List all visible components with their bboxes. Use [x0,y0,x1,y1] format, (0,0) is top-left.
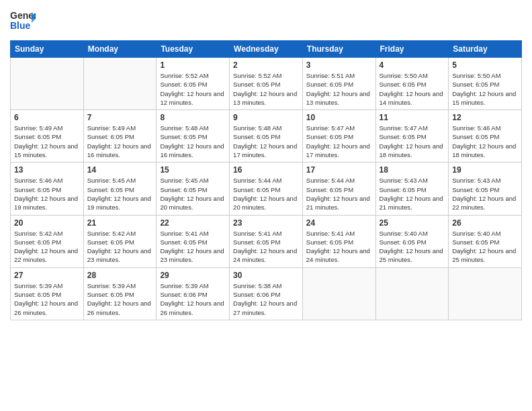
day-info: Sunrise: 5:39 AMSunset: 6:05 PMDaylight:… [87,281,153,317]
day-number: 20 [14,218,80,228]
page-header: General Blue [10,7,522,35]
weekday-header-thursday: Thursday [302,41,375,58]
calendar-day: 2Sunrise: 5:52 AMSunset: 6:05 PMDaylight… [230,58,303,110]
day-number: 3 [306,60,372,70]
calendar-day: 17Sunrise: 5:44 AMSunset: 6:05 PMDayligh… [302,163,375,215]
calendar-day: 9Sunrise: 5:48 AMSunset: 6:05 PMDaylight… [230,110,303,163]
calendar-day: 7Sunrise: 5:49 AMSunset: 6:05 PMDaylight… [83,110,157,163]
day-number: 30 [233,271,299,280]
weekday-header-wednesday: Wednesday [230,41,303,58]
calendar-week-row: 13Sunrise: 5:46 AMSunset: 6:05 PMDayligh… [11,163,522,215]
day-info: Sunrise: 5:40 AMSunset: 6:05 PMDaylight:… [452,229,518,265]
day-info: Sunrise: 5:49 AMSunset: 6:05 PMDaylight:… [87,124,153,159]
logo: General Blue [10,7,36,35]
calendar-day: 6Sunrise: 5:49 AMSunset: 6:05 PMDaylight… [11,110,84,163]
day-info: Sunrise: 5:44 AMSunset: 6:05 PMDaylight:… [306,176,372,212]
day-number: 5 [452,60,518,70]
day-number: 23 [233,218,299,228]
calendar-day: 13Sunrise: 5:46 AMSunset: 6:05 PMDayligh… [11,163,84,215]
calendar-week-row: 1Sunrise: 5:52 AMSunset: 6:05 PMDaylight… [11,58,522,110]
day-number: 4 [380,60,445,70]
calendar-day: 12Sunrise: 5:46 AMSunset: 6:05 PMDayligh… [449,110,522,163]
day-number: 18 [380,165,445,175]
calendar-day: 30Sunrise: 5:38 AMSunset: 6:06 PMDayligh… [230,267,303,320]
day-info: Sunrise: 5:39 AMSunset: 6:06 PMDaylight:… [160,281,226,317]
day-number: 16 [233,165,299,175]
day-number: 14 [87,165,153,175]
calendar-day: 16Sunrise: 5:44 AMSunset: 6:05 PMDayligh… [230,163,303,215]
calendar-day: 19Sunrise: 5:43 AMSunset: 6:05 PMDayligh… [449,163,522,215]
day-info: Sunrise: 5:42 AMSunset: 6:05 PMDaylight:… [87,229,153,265]
calendar-day: 22Sunrise: 5:41 AMSunset: 6:05 PMDayligh… [157,215,230,267]
day-info: Sunrise: 5:46 AMSunset: 6:05 PMDaylight:… [14,176,80,212]
calendar-day: 3Sunrise: 5:51 AMSunset: 6:05 PMDaylight… [302,58,375,110]
calendar-week-row: 6Sunrise: 5:49 AMSunset: 6:05 PMDaylight… [11,110,522,163]
calendar-day: 11Sunrise: 5:47 AMSunset: 6:05 PMDayligh… [375,110,449,163]
calendar-day: 4Sunrise: 5:50 AMSunset: 6:05 PMDaylight… [375,58,449,110]
calendar-day [11,58,84,110]
day-number: 1 [160,60,226,70]
calendar-day: 14Sunrise: 5:45 AMSunset: 6:05 PMDayligh… [83,163,157,215]
day-number: 21 [87,218,153,228]
day-number: 25 [380,218,445,228]
weekday-header-sunday: Sunday [11,41,84,58]
calendar-day: 10Sunrise: 5:47 AMSunset: 6:05 PMDayligh… [302,110,375,163]
day-info: Sunrise: 5:48 AMSunset: 6:05 PMDaylight:… [160,124,226,159]
calendar-day: 28Sunrise: 5:39 AMSunset: 6:05 PMDayligh… [83,267,157,320]
calendar-day: 26Sunrise: 5:40 AMSunset: 6:05 PMDayligh… [449,215,522,267]
day-info: Sunrise: 5:45 AMSunset: 6:05 PMDaylight:… [160,176,226,212]
day-number: 10 [306,113,372,122]
day-number: 28 [87,271,153,280]
calendar-table: SundayMondayTuesdayWednesdayThursdayFrid… [10,40,522,320]
day-number: 15 [160,165,226,175]
day-number: 7 [87,113,153,122]
day-info: Sunrise: 5:43 AMSunset: 6:05 PMDaylight:… [380,176,445,212]
day-info: Sunrise: 5:44 AMSunset: 6:05 PMDaylight:… [233,176,299,212]
day-info: Sunrise: 5:41 AMSunset: 6:05 PMDaylight:… [160,229,226,265]
day-info: Sunrise: 5:50 AMSunset: 6:05 PMDaylight:… [380,71,445,107]
day-info: Sunrise: 5:46 AMSunset: 6:05 PMDaylight:… [452,124,518,159]
weekday-header-tuesday: Tuesday [157,41,230,58]
svg-text:Blue: Blue [10,20,31,31]
day-info: Sunrise: 5:42 AMSunset: 6:05 PMDaylight:… [14,229,80,265]
calendar-day: 21Sunrise: 5:42 AMSunset: 6:05 PMDayligh… [83,215,157,267]
day-info: Sunrise: 5:45 AMSunset: 6:05 PMDaylight:… [87,176,153,212]
day-number: 2 [233,60,299,70]
weekday-header-saturday: Saturday [449,41,522,58]
day-info: Sunrise: 5:51 AMSunset: 6:05 PMDaylight:… [306,71,372,107]
calendar-day: 24Sunrise: 5:41 AMSunset: 6:05 PMDayligh… [302,215,375,267]
weekday-header-monday: Monday [83,41,157,58]
day-info: Sunrise: 5:49 AMSunset: 6:05 PMDaylight:… [14,124,80,159]
calendar-day [302,267,375,320]
day-info: Sunrise: 5:41 AMSunset: 6:05 PMDaylight:… [306,229,372,265]
calendar-day: 1Sunrise: 5:52 AMSunset: 6:05 PMDaylight… [157,58,230,110]
day-info: Sunrise: 5:39 AMSunset: 6:05 PMDaylight:… [14,281,80,317]
day-info: Sunrise: 5:52 AMSunset: 6:05 PMDaylight:… [233,71,299,107]
day-number: 24 [306,218,372,228]
calendar-day [83,58,157,110]
day-number: 12 [452,113,518,122]
day-number: 29 [160,271,226,280]
day-info: Sunrise: 5:52 AMSunset: 6:05 PMDaylight:… [160,71,226,107]
calendar-day: 8Sunrise: 5:48 AMSunset: 6:05 PMDaylight… [157,110,230,163]
calendar-day: 29Sunrise: 5:39 AMSunset: 6:06 PMDayligh… [157,267,230,320]
calendar-day: 20Sunrise: 5:42 AMSunset: 6:05 PMDayligh… [11,215,84,267]
calendar-day: 15Sunrise: 5:45 AMSunset: 6:05 PMDayligh… [157,163,230,215]
day-info: Sunrise: 5:50 AMSunset: 6:05 PMDaylight:… [452,71,518,107]
day-number: 19 [452,165,518,175]
day-info: Sunrise: 5:41 AMSunset: 6:05 PMDaylight:… [233,229,299,265]
calendar-day: 25Sunrise: 5:40 AMSunset: 6:05 PMDayligh… [375,215,449,267]
day-number: 13 [14,165,80,175]
calendar-header-row: SundayMondayTuesdayWednesdayThursdayFrid… [11,41,522,58]
day-info: Sunrise: 5:38 AMSunset: 6:06 PMDaylight:… [233,281,299,317]
day-number: 6 [14,113,80,122]
day-info: Sunrise: 5:47 AMSunset: 6:05 PMDaylight:… [306,124,372,159]
weekday-header-friday: Friday [375,41,449,58]
day-info: Sunrise: 5:40 AMSunset: 6:05 PMDaylight:… [380,229,445,265]
day-number: 27 [14,271,80,280]
calendar-day [375,267,449,320]
logo-icon: General Blue [10,7,36,32]
calendar-day [449,267,522,320]
calendar-week-row: 27Sunrise: 5:39 AMSunset: 6:05 PMDayligh… [11,267,522,320]
day-info: Sunrise: 5:43 AMSunset: 6:05 PMDaylight:… [452,176,518,212]
